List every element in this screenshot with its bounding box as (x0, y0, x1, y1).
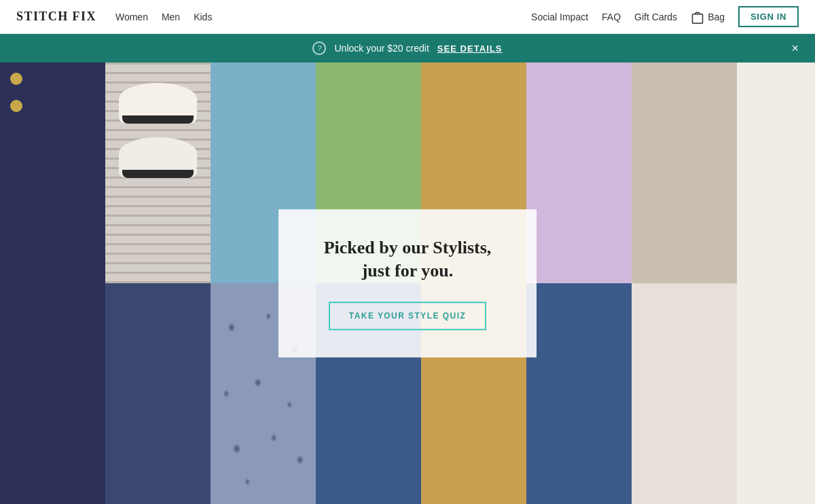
clothing-col-2 (105, 62, 211, 504)
promo-banner: ? Unlock your $20 credit SEE DETAILS × (0, 34, 815, 62)
promo-content: ? Unlock your $20 credit SEE DETAILS (312, 41, 502, 55)
clothing-polo (526, 62, 632, 283)
shoe-item-2 (119, 137, 197, 178)
bag-button[interactable]: Bag (691, 10, 725, 24)
nav-links-right: Social Impact FAQ Gift Cards Bag SIGN IN (531, 6, 799, 27)
clothing-col-1 (0, 62, 105, 504)
clothing-col-6 (526, 62, 632, 504)
nav-men[interactable]: Men (162, 12, 180, 22)
promo-close-button[interactable]: × (791, 41, 799, 56)
clothing-col-8 (737, 62, 815, 504)
clothing-tan (632, 62, 737, 283)
nav-gift-cards[interactable]: Gift Cards (634, 12, 677, 22)
nav-links-left: Women Men Kids (115, 12, 212, 22)
nav-faq[interactable]: FAQ (602, 12, 621, 22)
sign-in-button[interactable]: SIGN IN (738, 6, 799, 27)
clothing-blazer (105, 283, 211, 504)
nav-social-impact[interactable]: Social Impact (531, 12, 588, 22)
style-quiz-button[interactable]: TAKE YOUR STYLE QUIZ (329, 302, 486, 330)
logo[interactable]: STITCH FIX (16, 10, 96, 24)
nav-women[interactable]: Women (115, 12, 148, 22)
navbar: STITCH FIX Women Men Kids Social Impact … (0, 0, 815, 34)
bag-icon (691, 10, 704, 24)
shoe-item (119, 83, 197, 124)
bag-label: Bag (708, 12, 725, 22)
clothing-jeans-2 (526, 283, 632, 504)
promo-text: Unlock your $20 credit (334, 43, 429, 54)
clothing-white-knit (632, 283, 737, 504)
svg-rect-0 (693, 14, 703, 22)
clothing-col-7 (632, 62, 737, 504)
nav-kids[interactable]: Kids (194, 12, 212, 22)
promo-icon: ? (312, 41, 326, 55)
hero-section: Picked by our Stylists, just for you. TA… (0, 62, 815, 504)
promo-cta[interactable]: SEE DETAILS (437, 43, 503, 54)
hero-headline: Picked by our Stylists, just for you. (312, 236, 503, 283)
clothing-shoes (105, 62, 211, 283)
hero-card: Picked by our Stylists, just for you. TA… (278, 209, 537, 357)
